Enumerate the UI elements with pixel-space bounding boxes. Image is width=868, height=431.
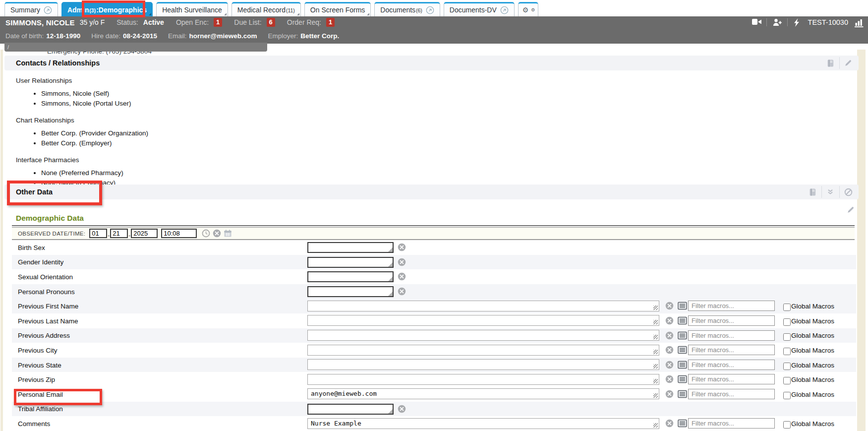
divider — [821, 186, 822, 198]
employer-value: Better Corp. — [300, 32, 339, 40]
field-textarea[interactable] — [308, 330, 659, 340]
field-textarea[interactable] — [308, 374, 659, 384]
global-macros-checkbox[interactable] — [783, 318, 791, 326]
tab-on-screen-forms[interactable]: On Screen Forms — [304, 2, 371, 16]
field-label: Previous Address — [18, 332, 70, 339]
clock-icon[interactable] — [202, 229, 210, 238]
observed-month-input[interactable] — [89, 229, 107, 238]
text-area-wrap — [307, 388, 659, 399]
divider — [839, 57, 840, 69]
tab-documents[interactable]: Documents (6) — [374, 2, 440, 16]
macros-list-icon[interactable] — [678, 316, 687, 325]
tab-health-surveillance[interactable]: Health Surveillance — [156, 2, 228, 16]
macros-list-icon[interactable] — [678, 302, 687, 310]
clear-circle-icon[interactable] — [213, 229, 221, 238]
observed-time-input[interactable] — [161, 229, 197, 238]
tab-medical-record[interactable]: Medical Record (11) — [231, 2, 301, 16]
calendar-icon[interactable] — [224, 229, 232, 238]
add-person-icon[interactable] — [773, 18, 781, 27]
filter-macros-input[interactable] — [688, 330, 775, 341]
macros-list-icon[interactable] — [678, 331, 687, 340]
filter-macros-input[interactable] — [688, 315, 775, 326]
coded-value-input[interactable] — [308, 287, 393, 296]
tab-admin[interactable]: Admin (3):Demographics — [61, 2, 153, 16]
field-textarea[interactable] — [308, 345, 659, 355]
observed-year-input[interactable] — [131, 229, 158, 238]
global-macros-label: Global Macros — [791, 420, 834, 427]
book-icon[interactable] — [809, 188, 817, 196]
settings-gears-icon[interactable]: ⚙⚙ — [518, 2, 539, 16]
macros-list-icon[interactable] — [678, 419, 687, 428]
observed-day-input[interactable] — [110, 229, 128, 238]
clear-field-icon[interactable] — [398, 405, 406, 413]
edit-pencil-icon[interactable] — [844, 59, 853, 67]
coded-value-input[interactable] — [308, 273, 393, 282]
clear-field-icon[interactable] — [665, 331, 674, 340]
filter-macros-input[interactable] — [688, 374, 775, 384]
field-label: Previous State — [18, 361, 61, 369]
right-scroll-strip[interactable] — [857, 50, 866, 431]
coded-value-input[interactable] — [308, 258, 393, 267]
other-data-section-header: Other Data — [4, 185, 859, 199]
filter-macros-input[interactable] — [688, 418, 775, 429]
open-enc-badge[interactable]: 1 — [214, 18, 222, 27]
global-macros-checkbox[interactable] — [783, 377, 791, 384]
field-textarea[interactable] — [308, 315, 659, 325]
tab-summary[interactable]: Summary — [4, 2, 58, 16]
clear-field-icon[interactable] — [398, 272, 406, 281]
observed-datetime-label: OBSERVED DATE/TIME: — [18, 231, 85, 237]
disable-circle-icon[interactable] — [844, 188, 853, 196]
clear-field-icon[interactable] — [665, 419, 674, 428]
macros-list-icon[interactable] — [678, 375, 687, 383]
clear-field-icon[interactable] — [665, 346, 674, 354]
order-req-badge[interactable]: 1 — [326, 18, 335, 27]
macros-list-icon[interactable] — [678, 361, 687, 369]
clear-field-icon[interactable] — [665, 390, 674, 398]
clear-field-icon[interactable] — [398, 287, 406, 296]
edit-pencil-icon[interactable] — [847, 206, 855, 214]
field-textarea[interactable] — [308, 360, 659, 369]
book-icon[interactable] — [826, 59, 835, 67]
tab-menu-fold-icon — [224, 13, 227, 15]
macros-list-icon[interactable] — [678, 346, 687, 354]
clear-field-icon[interactable] — [665, 302, 674, 310]
filter-macros-input[interactable] — [688, 389, 775, 399]
global-macros-checkbox[interactable] — [783, 348, 791, 355]
due-list-badge[interactable]: 6 — [267, 18, 275, 27]
macros-list-icon[interactable] — [678, 390, 687, 398]
tab-menu-fold-icon — [297, 13, 299, 15]
clear-field-icon[interactable] — [665, 375, 674, 383]
global-macros-checkbox[interactable] — [783, 363, 791, 370]
form-row-previous-zip: Previous ZipGlobal Macros — [12, 372, 856, 387]
global-macros-label: Global Macros — [791, 346, 834, 354]
global-macros-checkbox[interactable] — [783, 333, 791, 341]
clear-field-icon[interactable] — [665, 316, 674, 325]
filter-macros-input[interactable] — [688, 301, 775, 311]
clear-field-icon[interactable] — [398, 258, 406, 266]
global-macros-checkbox[interactable] — [783, 304, 791, 311]
coded-value-input[interactable] — [308, 405, 393, 414]
collapse-chevrons-icon[interactable] — [826, 188, 835, 196]
clear-field-icon[interactable] — [665, 361, 674, 369]
coded-value-input[interactable] — [308, 244, 393, 252]
chart-bars-icon[interactable] — [854, 18, 863, 27]
filter-macros-input[interactable] — [688, 360, 775, 370]
relationship-list: Better Corp. (Provider Organization)Bett… — [4, 128, 847, 148]
field-label: Personal Email — [18, 390, 63, 398]
field-textarea[interactable] — [308, 301, 659, 311]
global-macros-checkbox[interactable] — [783, 392, 791, 399]
video-camera-icon[interactable] — [752, 18, 760, 27]
employer-label: Employer: — [268, 32, 298, 40]
relationship-item: Simmons, Nicole (Self) — [41, 89, 847, 99]
open-external-icon[interactable] — [426, 6, 434, 14]
open-external-icon[interactable] — [44, 6, 52, 14]
field-textarea[interactable] — [308, 419, 659, 429]
open-external-icon[interactable] — [500, 6, 509, 14]
filter-macros-input[interactable] — [688, 345, 775, 355]
relationship-group-heading: Chart Relationships — [16, 117, 847, 124]
clear-field-icon[interactable] — [398, 243, 406, 251]
field-textarea[interactable] — [308, 389, 659, 399]
tab-documents-dv[interactable]: Documents-DV — [444, 2, 515, 16]
relationship-group-heading: User Relationships — [16, 77, 847, 84]
global-macros-checkbox[interactable] — [783, 421, 791, 429]
